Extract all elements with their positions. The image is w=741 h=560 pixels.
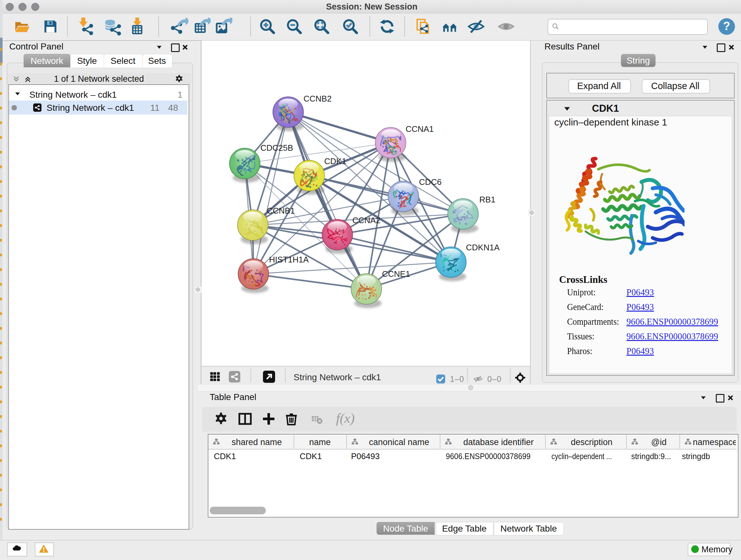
svg-text:CCNE1: CCNE1 [382, 269, 410, 279]
svg-text:CCNA2: CCNA2 [352, 215, 381, 225]
svg-text:HIST1H1A: HIST1H1A [269, 255, 309, 264]
svg-text:CDC25B: CDC25B [260, 143, 293, 152]
svg-text:CDK1: CDK1 [324, 157, 346, 166]
svg-text:RB1: RB1 [479, 195, 495, 204]
svg-text:CCNA1: CCNA1 [406, 124, 434, 134]
svg-text:CDKN1A: CDKN1A [466, 243, 500, 252]
svg-text:CCNB2: CCNB2 [304, 94, 332, 104]
svg-text:CCNB1: CCNB1 [267, 206, 295, 215]
svg-text:CDC6: CDC6 [419, 177, 442, 187]
